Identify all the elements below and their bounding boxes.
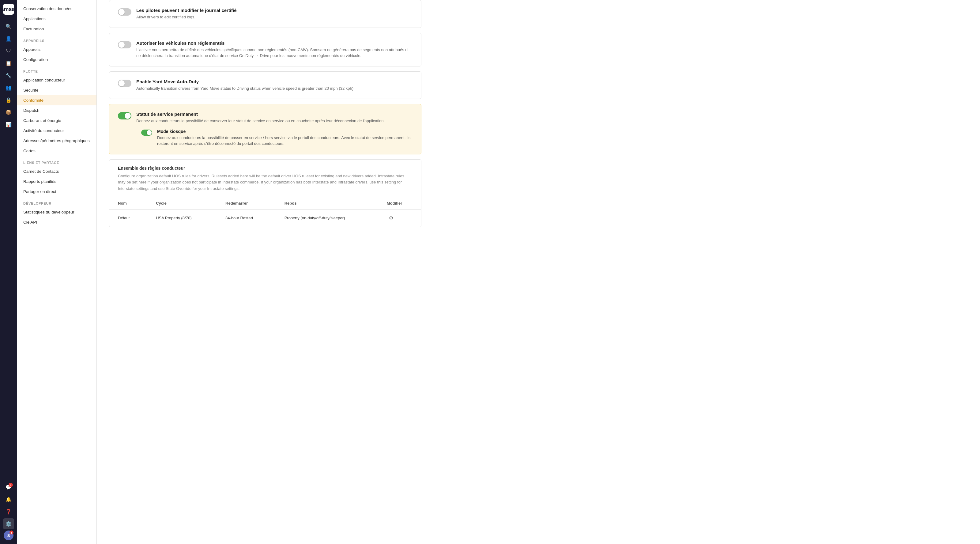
section-flotte: FLOTTE — [17, 65, 97, 75]
ruleset-section: Ensemble des règles conducteur Configure… — [109, 159, 422, 227]
section-appareils: APPAREILS — [17, 34, 97, 45]
setting-unreg-vehicles: Autoriser les véhicules non réglementés … — [109, 33, 422, 67]
setting-statut-permanent-desc: Donnez aux conducteurs la possibilité de… — [136, 118, 412, 124]
nav-adresses[interactable]: Adresses/périmètres géographiques — [17, 136, 97, 146]
nav-chat[interactable]: 💬 1 — [3, 482, 14, 493]
toggle-certified-logs[interactable] — [118, 8, 131, 16]
nav-box[interactable]: 📦 — [3, 107, 14, 118]
col-redemarrer: Redémarrer — [217, 197, 276, 210]
setting-certified-logs: Les pilotes peuvent modifier le journal … — [109, 0, 422, 28]
nav-appareils[interactable]: Appareils — [17, 45, 97, 54]
nav-contacts[interactable]: Carnet de Contacts — [17, 166, 97, 177]
ruleset-title: Ensemble des règles conducteur — [118, 166, 412, 170]
nav-applications[interactable]: Applications — [17, 14, 97, 24]
edit-ruleset-button[interactable]: ⚙ — [387, 214, 395, 223]
nav-reports[interactable]: 📋 — [3, 57, 14, 68]
sub-setting-kiosque-title: Mode kiosque — [157, 129, 412, 134]
user-avatar[interactable]: S 1 — [4, 531, 13, 540]
nav-team[interactable]: 👥 — [3, 82, 14, 93]
toggle-yard-move[interactable] — [118, 80, 131, 87]
app-logo[interactable]: Samsara — [3, 4, 14, 15]
toggle-mode-kiosque[interactable] — [141, 130, 152, 136]
sub-setting-kiosque-desc: Donnez aux conducteurs la possibilité de… — [157, 135, 412, 147]
nav-app-conducteur[interactable]: Application conducteur — [17, 75, 97, 85]
toggle-statut-permanent[interactable] — [118, 112, 131, 119]
setting-unreg-vehicles-title: Autoriser les véhicules non réglementés — [136, 40, 412, 46]
nav-cle-api[interactable]: Clé API — [17, 217, 97, 227]
col-nom: Nom — [109, 197, 147, 210]
nav-drivers[interactable]: 👤 — [3, 33, 14, 44]
nav-carburant[interactable]: Carburant et énergie — [17, 116, 97, 126]
nav-help[interactable]: ❓ — [3, 506, 14, 517]
main-content: Les pilotes peuvent modifier le journal … — [97, 0, 980, 544]
setting-statut-permanent-title: Statut de service permanent — [136, 111, 412, 117]
setting-certified-logs-title: Les pilotes peuvent modifier le journal … — [136, 8, 412, 13]
nav-securite[interactable]: Sécurité — [17, 85, 97, 95]
cell-repos: Property (on-duty/off-duty/sleeper) — [276, 209, 378, 227]
section-liens: LIENS ET PARTAGE — [17, 156, 97, 166]
left-nav: Conservation des données Applications Fa… — [17, 0, 97, 544]
nav-conservation[interactable]: Conservation des données — [17, 4, 97, 14]
nav-lock[interactable]: 🔒 — [3, 94, 14, 105]
nav-settings[interactable]: ⚙️ — [3, 518, 14, 529]
nav-rapports[interactable]: Rapports planifiés — [17, 177, 97, 186]
toggle-unreg-vehicles[interactable] — [118, 41, 131, 48]
setting-yard-move-title: Enable Yard Move Auto-Duty — [136, 79, 412, 84]
nav-conformite[interactable]: Conformité — [17, 95, 97, 105]
cell-modifier[interactable]: ⚙ — [378, 209, 421, 227]
nav-partager[interactable]: Partager en direct — [17, 186, 97, 197]
cell-cycle: USA Property (8/70) — [147, 209, 217, 227]
nav-activite[interactable]: Activité du conducteur — [17, 126, 97, 136]
nav-shield[interactable]: 🛡 — [3, 45, 14, 56]
table-row: Défaut USA Property (8/70) 34-hour Resta… — [109, 209, 421, 227]
cell-redemarrer: 34-hour Restart — [217, 209, 276, 227]
chat-badge: 1 — [9, 483, 13, 487]
setting-statut-permanent: Statut de service permanent Donnez aux c… — [109, 104, 422, 154]
setting-certified-logs-desc: Allow drivers to edit certified logs. — [136, 14, 412, 20]
col-modifier: Modifier — [378, 197, 421, 210]
user-badge: 1 — [10, 531, 13, 534]
nav-cartes[interactable]: Cartes — [17, 146, 97, 156]
ruleset-desc: Configure organization default HOS rules… — [118, 173, 412, 192]
setting-unreg-vehicles-desc: L'activer vous permettra de définir des … — [136, 47, 412, 59]
setting-yard-move-desc: Automatically transition drivers from Ya… — [136, 86, 412, 92]
nav-configuration[interactable]: Configuration — [17, 54, 97, 65]
nav-stats-dev[interactable]: Statistiques du développeur — [17, 207, 97, 217]
sub-setting-kiosque: Mode kiosque Donnez aux conducteurs la p… — [136, 129, 412, 147]
section-dev: DÉVELOPPEUR — [17, 197, 97, 207]
nav-search[interactable]: 🔍 — [3, 21, 14, 32]
nav-bell[interactable]: 🔔 — [3, 494, 14, 505]
nav-wrench[interactable]: 🔧 — [3, 70, 14, 81]
nav-facturation[interactable]: Facturation — [17, 24, 97, 34]
ruleset-table: Nom Cycle Redémarrer Repos Modifier Défa… — [109, 197, 421, 227]
nav-chart[interactable]: 📊 — [3, 119, 14, 130]
setting-yard-move: Enable Yard Move Auto-Duty Automatically… — [109, 72, 422, 99]
col-cycle: Cycle — [147, 197, 217, 210]
nav-dispatch[interactable]: Dispatch — [17, 105, 97, 116]
col-repos: Repos — [276, 197, 378, 210]
cell-nom: Défaut — [109, 209, 147, 227]
icon-sidebar: Samsara 🔍 👤 🛡 📋 🔧 👥 🔒 📦 📊 💬 1 🔔 ❓ ⚙️ S 1 — [0, 0, 17, 544]
